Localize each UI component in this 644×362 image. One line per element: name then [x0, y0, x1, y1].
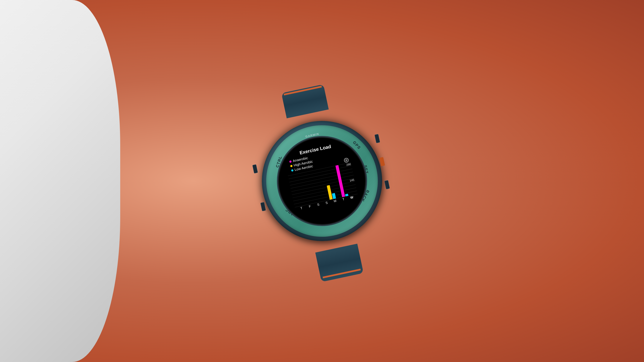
sleeve — [0, 0, 120, 362]
bar-w-anaerobic — [335, 165, 345, 197]
bar-t2-high-aerobic — [327, 185, 333, 200]
anaerobic-dot — [289, 160, 292, 163]
high-aerobic-dot — [290, 165, 292, 167]
garmin-logo: GARMIN — [305, 132, 319, 138]
y-label-290: 290 — [346, 162, 351, 166]
watch-case: CTRL GPS MENU SET ABC BACK GARMIN Exerci… — [251, 110, 393, 252]
bezel-ring: CTRL GPS MENU SET ABC BACK GARMIN Exerci… — [256, 115, 388, 247]
bar-t2-low-aerobic — [332, 193, 336, 199]
low-aerobic-dot — [291, 169, 294, 172]
watch-screen-ring: GARMIN Exercise Load Anaerobic — [268, 128, 376, 234]
bar-group-t2 — [327, 184, 336, 200]
y-label-145: 145 — [349, 178, 354, 182]
